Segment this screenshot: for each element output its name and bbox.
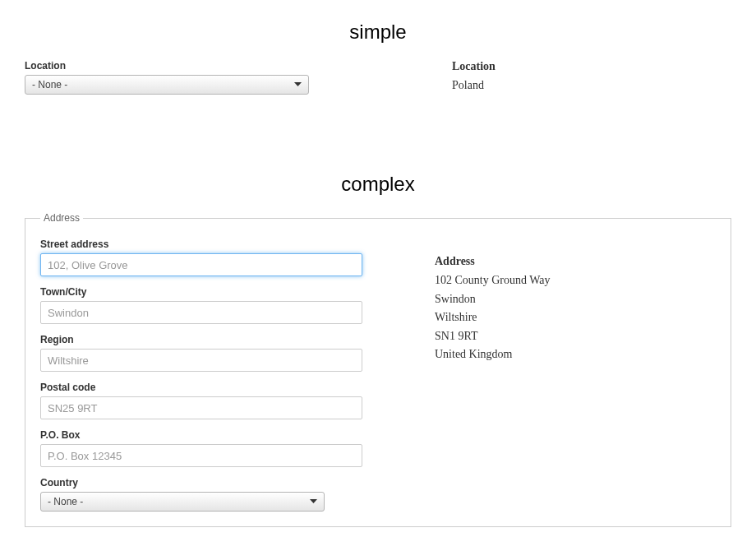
address-line: SN1 9RT <box>435 327 716 345</box>
location-display-label: Location <box>452 60 731 73</box>
town-input[interactable] <box>40 301 362 324</box>
location-display-value: Poland <box>452 76 731 95</box>
chevron-down-icon <box>310 499 317 504</box>
location-select[interactable]: - None - <box>25 75 309 95</box>
address-line: United Kingdom <box>435 345 716 363</box>
address-line: Swindon <box>435 290 716 308</box>
address-form-col: Street address Town/City Region Postal c… <box>40 238 435 512</box>
simple-form-col: Location - None - <box>25 60 427 95</box>
postal-label: Postal code <box>40 382 435 393</box>
simple-row: Location - None - Location Poland <box>25 60 731 95</box>
simple-display-col: Location Poland <box>452 60 731 95</box>
region-input[interactable] <box>40 349 362 372</box>
postal-input[interactable] <box>40 396 362 419</box>
country-label: Country <box>40 477 435 488</box>
street-label: Street address <box>40 238 435 250</box>
location-select-value: - None - <box>32 79 67 90</box>
street-input[interactable] <box>40 253 362 276</box>
country-select-value: - None - <box>48 496 83 507</box>
location-label: Location <box>25 60 427 72</box>
address-line: Wiltshire <box>435 308 716 326</box>
pobox-label: P.O. Box <box>40 429 435 441</box>
section-title-complex: complex <box>25 173 731 196</box>
address-display-col: Address 102 County Ground Way Swindon Wi… <box>435 238 716 512</box>
address-fieldset: Address Street address Town/City Region … <box>25 212 731 527</box>
region-label: Region <box>40 334 435 345</box>
pobox-input[interactable] <box>40 444 362 467</box>
chevron-down-icon <box>294 82 302 87</box>
country-select[interactable]: - None - <box>40 492 325 512</box>
town-label: Town/City <box>40 286 435 298</box>
address-line: 102 County Ground Way <box>435 271 716 289</box>
section-title-simple: simple <box>25 21 731 44</box>
address-display-heading: Address <box>435 255 716 268</box>
address-legend: Address <box>40 212 83 224</box>
